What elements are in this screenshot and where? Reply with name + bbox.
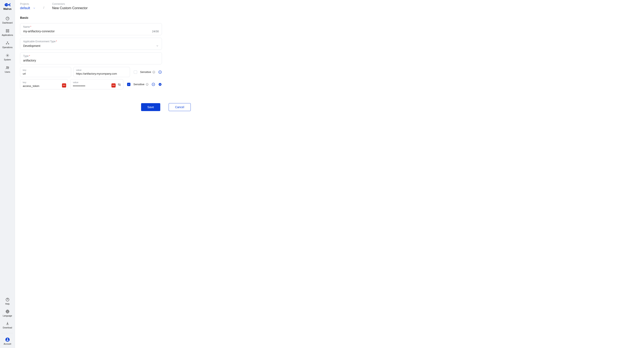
type-input[interactable] — [23, 59, 159, 62]
kv-value-input[interactable] — [76, 72, 127, 75]
kv-value-field[interactable]: value ••• — [70, 79, 123, 89]
sidebar-item-language[interactable]: Language — [0, 309, 15, 317]
sidebar-item-applications[interactable]: Applications — [0, 28, 15, 36]
svg-point-2 — [6, 4, 6, 5]
svg-point-13 — [8, 67, 9, 67]
logo[interactable]: Walrus — [0, 0, 15, 14]
help-icon — [5, 297, 10, 302]
name-field[interactable]: Name* 24/30 — [20, 23, 162, 35]
save-button[interactable]: Save — [141, 103, 160, 111]
sidebar-item-dashboard[interactable]: Dashboard — [0, 16, 15, 24]
button-row: Save Cancel — [141, 103, 639, 111]
cancel-button[interactable]: Cancel — [168, 103, 191, 111]
svg-point-12 — [6, 66, 8, 67]
add-kv-button[interactable] — [158, 83, 162, 86]
sidebar-item-help[interactable]: Help — [0, 297, 15, 305]
sidebar-divider — [2, 333, 13, 333]
kv-key-input[interactable] — [23, 84, 65, 88]
kv-row: key value Sensitive — [20, 67, 162, 77]
svg-point-17 — [7, 339, 8, 340]
check-icon — [128, 83, 130, 85]
breadcrumb-separator: / — [44, 3, 44, 9]
info-icon[interactable] — [146, 83, 148, 86]
required-asterisk: * — [30, 25, 31, 28]
language-icon — [5, 309, 10, 314]
env-type-value: Development — [23, 44, 156, 47]
sensitive-label: Sensitive — [140, 70, 155, 74]
svg-rect-5 — [8, 29, 9, 30]
svg-rect-4 — [6, 29, 7, 30]
env-type-field[interactable]: Applicable Environment Type* Development — [20, 38, 162, 50]
remove-kv-button[interactable] — [152, 83, 155, 86]
svg-point-11 — [7, 55, 8, 56]
toggle-visibility-button[interactable] — [118, 83, 121, 87]
kv-key-input[interactable] — [23, 72, 68, 75]
logo-infinity-icon — [3, 2, 12, 7]
section-title: Basic — [20, 16, 639, 19]
remove-kv-button[interactable] — [158, 70, 162, 74]
applications-icon — [5, 28, 10, 33]
dashboard-icon — [5, 16, 10, 21]
download-icon — [5, 321, 10, 326]
account-icon — [5, 337, 10, 342]
system-icon — [5, 53, 10, 58]
chevron-down-icon — [33, 7, 36, 9]
breadcrumb: Projects default / Connectors New Custom… — [20, 2, 639, 10]
sidebar: Walrus Dashboard Applications Operations… — [0, 0, 15, 348]
name-char-counter: 24/30 — [152, 30, 159, 33]
breadcrumb-project-select[interactable]: default — [20, 6, 36, 10]
sidebar-item-operations[interactable]: Operations — [0, 41, 15, 48]
operations-icon — [5, 41, 10, 45]
type-field[interactable]: Type* — [20, 52, 162, 64]
users-icon — [5, 65, 10, 70]
sensitive-checkbox[interactable] — [134, 70, 137, 74]
main-content: Projects default / Connectors New Custom… — [15, 0, 644, 348]
form: Name* 24/30 Applicable Environment Type*… — [20, 23, 162, 89]
sensitive-checkbox[interactable] — [127, 83, 130, 86]
password-badge-icon[interactable]: ••• — [62, 83, 66, 88]
sidebar-item-account[interactable]: Account — [0, 337, 15, 345]
svg-point-9 — [6, 43, 7, 44]
breadcrumb-page: New Custom Connector — [52, 6, 88, 10]
required-asterisk: * — [56, 40, 57, 43]
sidebar-item-users[interactable]: Users — [0, 65, 15, 73]
sidebar-item-download[interactable]: Download — [0, 321, 15, 329]
svg-point-10 — [8, 43, 9, 44]
required-asterisk: * — [29, 55, 30, 57]
password-badge-icon[interactable]: ••• — [112, 83, 116, 88]
breadcrumb-connectors-label: Connectors — [52, 2, 88, 5]
kv-key-field[interactable]: key — [20, 67, 71, 77]
svg-rect-7 — [8, 31, 9, 32]
svg-rect-6 — [6, 31, 7, 32]
sidebar-item-system[interactable]: System — [0, 53, 15, 61]
kv-value-field[interactable]: value — [73, 67, 130, 77]
info-icon[interactable] — [152, 71, 155, 74]
breadcrumb-projects-label: Projects — [20, 2, 36, 5]
svg-point-0 — [4, 3, 7, 6]
chevron-down-icon — [156, 44, 159, 47]
name-input[interactable] — [23, 30, 152, 33]
eye-off-icon — [118, 83, 121, 86]
sensitive-label: Sensitive — [133, 83, 148, 86]
brand-name: Walrus — [1, 7, 14, 10]
svg-point-1 — [5, 4, 6, 5]
svg-point-8 — [7, 42, 8, 42]
kv-key-field[interactable]: key ••• — [20, 79, 68, 89]
kv-row: key ••• value ••• Sensitive — [20, 79, 162, 89]
